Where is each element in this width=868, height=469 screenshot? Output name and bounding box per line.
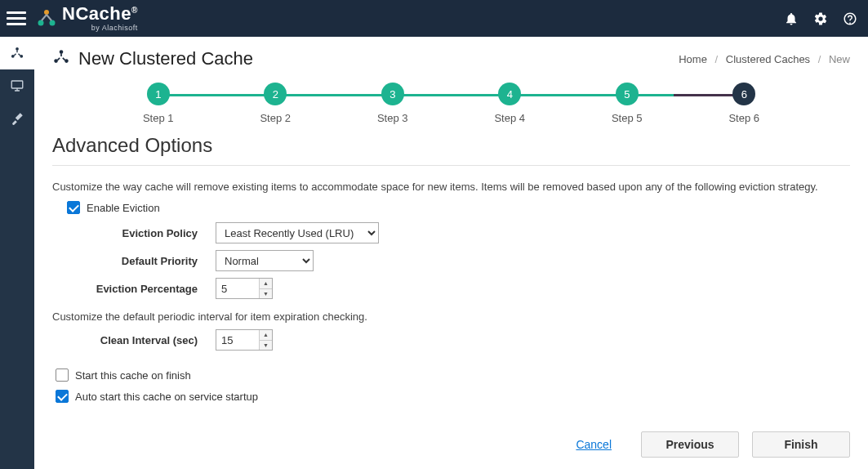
page-title: New Clustered Cache xyxy=(78,48,253,69)
step-6[interactable]: 6 Step 6 xyxy=(686,83,803,124)
auto-start-label: Auto start this cache on service startup xyxy=(75,391,258,403)
sidebar-item-monitor[interactable] xyxy=(0,69,34,102)
step-5[interactable]: 5 Step 5 xyxy=(568,83,686,124)
breadcrumb: Home / Clustered Caches / New xyxy=(679,53,850,65)
clean-interval-description: Customize the default periodic interval … xyxy=(52,310,850,323)
stepper: 1 Step 1 2 Step 2 3 Step 3 4 Step 4 5 xyxy=(34,78,868,132)
breadcrumb-mid[interactable]: Clustered Caches xyxy=(726,53,810,65)
svg-point-2 xyxy=(50,20,56,25)
svg-point-3 xyxy=(16,47,19,51)
default-priority-label: Default Priority xyxy=(85,255,216,267)
step-3[interactable]: 3 Step 3 xyxy=(334,83,452,124)
svg-point-1 xyxy=(38,20,44,25)
sidebar-item-tools[interactable] xyxy=(0,102,34,135)
settings-icon[interactable] xyxy=(812,11,829,27)
help-icon[interactable] xyxy=(842,11,858,27)
brand-byline: by Alachisoft xyxy=(62,25,138,32)
section-title: Advanced Options xyxy=(52,134,850,166)
logo: NCache® by Alachisoft xyxy=(36,5,138,32)
enable-eviction-checkbox[interactable] xyxy=(67,201,80,214)
step-1[interactable]: 1 Step 1 xyxy=(100,83,217,124)
auto-start-checkbox[interactable] xyxy=(56,390,69,403)
clean-interval-label: Clean Interval (sec) xyxy=(85,334,216,346)
svg-point-0 xyxy=(44,10,49,15)
sidebar xyxy=(0,37,34,469)
eviction-policy-select[interactable]: Least Recently Used (LRU) xyxy=(216,222,379,243)
logo-icon xyxy=(36,8,57,29)
svg-point-7 xyxy=(60,50,64,54)
eviction-description: Customize the way cache will remove exis… xyxy=(52,181,850,193)
notifications-icon[interactable] xyxy=(783,11,799,27)
spinner-up-icon[interactable]: ▲ xyxy=(260,330,272,341)
menu-toggle-button[interactable] xyxy=(7,9,26,29)
svg-rect-6 xyxy=(11,81,23,88)
previous-button[interactable]: Previous xyxy=(641,431,739,458)
start-on-finish-checkbox[interactable] xyxy=(56,368,69,382)
spinner-up-icon[interactable]: ▲ xyxy=(260,279,272,289)
default-priority-select[interactable]: Normal xyxy=(216,250,314,271)
eviction-policy-label: Eviction Policy xyxy=(85,227,216,239)
step-2[interactable]: 2 Step 2 xyxy=(217,83,335,124)
start-on-finish-label: Start this cache on finish xyxy=(75,369,191,382)
enable-eviction-label: Enable Eviction xyxy=(87,202,160,214)
cancel-link[interactable]: Cancel xyxy=(576,438,612,451)
breadcrumb-home[interactable]: Home xyxy=(679,53,707,65)
eviction-percentage-label: Eviction Percentage xyxy=(85,283,216,295)
sidebar-item-clustered[interactable] xyxy=(0,37,34,69)
breadcrumb-current: New xyxy=(829,53,850,65)
cluster-icon xyxy=(52,48,70,69)
spinner-down-icon[interactable]: ▼ xyxy=(260,341,272,351)
brand-name: NCache xyxy=(62,3,131,24)
finish-button[interactable]: Finish xyxy=(752,431,850,458)
top-bar: NCache® by Alachisoft xyxy=(0,0,868,37)
step-4[interactable]: 4 Step 4 xyxy=(452,83,569,124)
spinner-down-icon[interactable]: ▼ xyxy=(260,289,272,299)
